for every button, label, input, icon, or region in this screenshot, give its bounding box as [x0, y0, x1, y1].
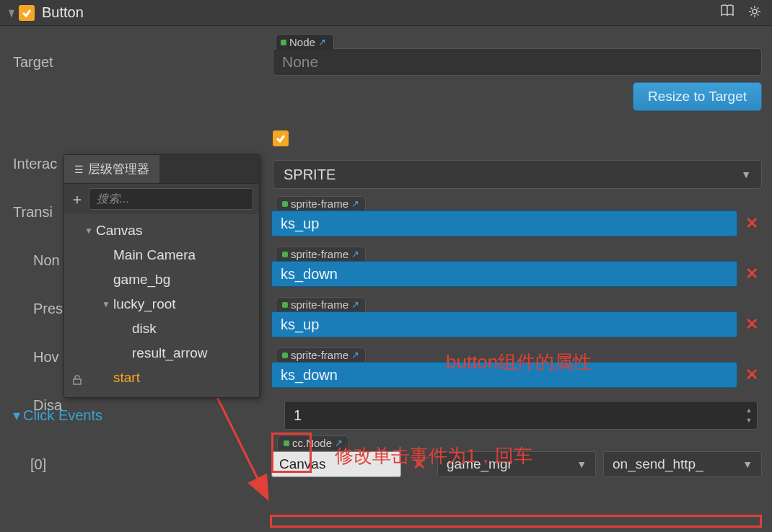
external-link-icon[interactable]: ↗ [351, 249, 359, 260]
partial-labels: Interac Transi Non Pres Hov Disa [13, 156, 63, 414]
component-title: Button [42, 4, 84, 21]
interactable-label: Interac [13, 156, 63, 172]
clear-icon[interactable]: ✕ [742, 214, 762, 233]
target-row: Target Node ↗ None [0, 45, 772, 79]
hierarchy-tree: ▼Canvas Main Camera game_bg ▼lucky_root … [64, 214, 259, 397]
target-label: Target [13, 54, 273, 71]
annotation-box-eventrow [270, 515, 762, 528]
node-type-dot-icon [281, 40, 286, 45]
target-value[interactable]: None [273, 48, 762, 76]
pressed-label: Pres [13, 301, 63, 317]
type-dot-icon [282, 252, 288, 257]
disabled-label: Disa [13, 397, 63, 414]
stepper-down-icon[interactable]: ▼ [742, 416, 755, 425]
type-dot-icon [284, 440, 289, 446]
transition-value: SPRITE [284, 167, 335, 183]
hierarchy-toolbar: ＋ 搜索... [64, 184, 259, 214]
clear-icon[interactable]: ✕ [742, 315, 762, 334]
sprite-tab: sprite-frame ↗ [276, 247, 366, 261]
tree-icon: ☰ [74, 164, 84, 175]
external-link-icon[interactable]: ↗ [318, 37, 326, 48]
help-book-icon[interactable] [720, 4, 734, 22]
click-events-count-input[interactable]: 1 ▲ ▼ [284, 401, 758, 430]
interactable-checkbox[interactable] [273, 130, 289, 146]
tree-item-main-camera[interactable]: Main Camera [67, 243, 256, 267]
resize-to-target-button[interactable]: Resize to Target [633, 82, 762, 111]
lock-icon[interactable] [71, 374, 83, 389]
resize-row: Resize to Target [0, 82, 772, 111]
tree-item-game-bg[interactable]: game_bg [67, 267, 256, 292]
enable-checkbox[interactable] [19, 5, 35, 21]
transition-label: Transi [13, 204, 63, 221]
clear-icon[interactable]: ✕ [742, 365, 762, 384]
gear-icon[interactable] [747, 4, 762, 22]
target-slot-tab: Node ↗ [276, 34, 334, 50]
sprite-tab: sprite-frame ↗ [276, 347, 366, 362]
clear-icon[interactable]: ✕ [742, 265, 762, 283]
click-events-row: ▾ Click Events 1 ▲ ▼ [0, 398, 772, 433]
external-link-icon[interactable]: ↗ [351, 198, 359, 209]
sprite-tab: sprite-frame ↗ [276, 196, 366, 210]
hierarchy-tab[interactable]: ☰ 层级管理器 [64, 155, 159, 183]
external-link-icon[interactable]: ↗ [351, 350, 359, 360]
event-handler-select[interactable]: on_send_http_ ▼ [603, 451, 762, 477]
annotation-text-2: 修改单击事件为1，回车 [335, 443, 532, 469]
normal-label: Non [13, 252, 63, 269]
hover-label: Hov [13, 349, 63, 365]
event-index: [0] [30, 456, 46, 473]
caret-down-icon[interactable]: ▼ [82, 226, 96, 236]
component-header: ▾ Button [0, 0, 772, 26]
chevron-down-icon: ▼ [742, 458, 753, 470]
normal-sprite-value[interactable]: ks_up [271, 210, 737, 236]
pressed-sprite-value[interactable]: ks_down [271, 261, 737, 287]
hierarchy-panel: ☰ 层级管理器 ＋ 搜索... ▼Canvas Main Camera game… [63, 154, 260, 398]
target-type: Node [289, 36, 315, 48]
transition-select[interactable]: SPRITE ▼ [273, 160, 762, 189]
tree-item-disk[interactable]: disk [67, 316, 256, 341]
annotation-text-1: button组件的属性 [446, 350, 592, 375]
external-link-icon[interactable]: ↗ [351, 299, 359, 310]
type-dot-icon [282, 353, 288, 358]
hover-sprite-value[interactable]: ks_up [271, 311, 737, 337]
caret-down-icon[interactable]: ▼ [99, 299, 113, 309]
target-slot[interactable]: Node ↗ None [273, 48, 762, 76]
interactable-row [0, 121, 772, 156]
tree-item-result-arrow[interactable]: result_arrow [67, 341, 256, 365]
type-dot-icon [282, 302, 288, 308]
add-node-icon[interactable]: ＋ [70, 190, 84, 209]
chevron-down-icon: ▼ [576, 458, 587, 470]
count-value: 1 [294, 407, 302, 424]
sprite-tab: sprite-frame ↗ [276, 297, 366, 311]
inactive-tab[interactable] [159, 155, 259, 183]
tree-item-start[interactable]: start [67, 365, 256, 390]
svg-point-0 [753, 9, 757, 14]
stepper-up-icon[interactable]: ▲ [742, 406, 755, 414]
hierarchy-search-input[interactable]: 搜索... [89, 188, 253, 210]
collapse-caret-icon[interactable]: ▾ [9, 3, 14, 22]
tree-item-canvas[interactable]: ▼Canvas [67, 218, 256, 243]
type-dot-icon [282, 201, 288, 207]
chevron-down-icon: ▼ [741, 169, 751, 180]
tree-item-lucky-root[interactable]: ▼lucky_root [67, 292, 256, 316]
